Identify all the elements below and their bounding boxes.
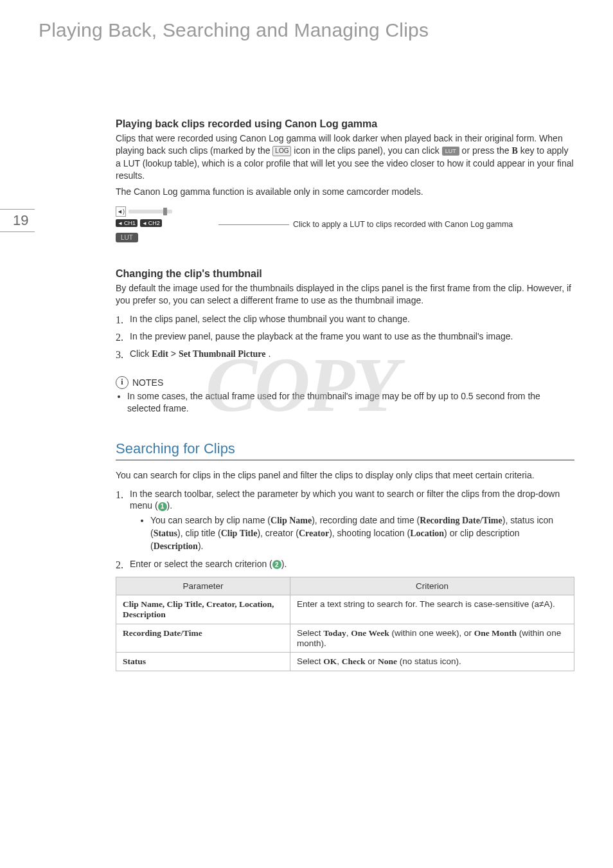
- th-parameter: Parameter: [116, 577, 290, 595]
- param-location: Location: [410, 529, 444, 538]
- r3-m1: ,: [337, 656, 342, 666]
- opt-onemonth: One Month: [474, 628, 517, 638]
- menu-edit: Edit: [152, 349, 168, 359]
- param-status: Status: [154, 529, 177, 538]
- info-icon: i: [116, 376, 129, 389]
- param-desc: Description: [154, 541, 198, 551]
- cell-crit-3: Select OK, Check or None (no status icon…: [290, 652, 574, 671]
- log-icon: LOG: [272, 146, 291, 156]
- lut-figure: ◄) CH1 CH2 LUT Click to apply a LUT to c…: [116, 206, 574, 242]
- table-row: Recording Date/Time Select Today, One We…: [116, 624, 574, 652]
- cell-crit-2: Select Today, One Week (within one week)…: [290, 624, 574, 652]
- menu-set-thumbnail: Set Thumbnail Picture: [179, 349, 266, 359]
- search-step-1-sub-item: You can search by clip name (Clip Name),…: [150, 514, 574, 553]
- r2-pre: Select: [297, 628, 323, 638]
- volume-slider[interactable]: [129, 210, 172, 213]
- section1-para1: Clips that were recorded using Canon Log…: [116, 132, 574, 182]
- opt-check: Check: [342, 656, 366, 666]
- sub-s7: ).: [198, 541, 204, 551]
- lut-caption: Click to apply a LUT to clips recorded w…: [293, 220, 513, 229]
- r2-m2: (within one week), or: [389, 628, 474, 638]
- search-steps: In the search toolbar, select the parame…: [116, 488, 574, 570]
- notes-heading: i NOTES: [116, 376, 163, 389]
- lut-inline-icon: LUT: [442, 147, 459, 156]
- ss1-post: ).: [167, 500, 173, 511]
- param-recdate: Recording Date/Time: [420, 516, 502, 525]
- sub-s5: ), shooting location (: [329, 528, 410, 538]
- param-clipname: Clip Name: [271, 516, 312, 525]
- opt-today: Today: [323, 628, 346, 638]
- sub-s3: ), clip title (: [177, 528, 221, 538]
- r3-m2: or: [366, 656, 378, 666]
- search-step-2: Enter or select the search criterion (2)…: [116, 558, 574, 570]
- searching-heading: Searching for Clips: [116, 440, 574, 460]
- step-1: In the clips panel, select the clip whos…: [116, 313, 574, 325]
- opt-ok: OK: [323, 656, 337, 666]
- param-cliptitle: Clip Title: [221, 529, 258, 538]
- chapter-title: Playing Back, Searching and Managing Cli…: [0, 0, 613, 48]
- parameter-table: Parameter Criterion Clip Name, Clip Titl…: [116, 577, 574, 671]
- s3-pre: Click: [130, 348, 152, 359]
- lut-button[interactable]: LUT: [116, 233, 138, 242]
- notes-label-text: NOTES: [132, 377, 163, 388]
- cell-param-3: Status: [116, 652, 290, 671]
- section1-heading: Playing back clips recorded using Canon …: [116, 118, 574, 130]
- s3-post: .: [268, 348, 271, 359]
- r3-post: (no status icon).: [397, 656, 461, 666]
- opt-oneweek: One Week: [351, 628, 389, 638]
- table-row: Status Select OK, Check or None (no stat…: [116, 652, 574, 671]
- opt-none: None: [378, 656, 397, 666]
- sub-s4: ), creator (: [257, 528, 299, 538]
- step-2: In the preview panel, pause the playback…: [116, 330, 574, 343]
- key-b: B: [511, 146, 517, 156]
- ss1-pre: In the search toolbar, select the parame…: [130, 489, 560, 511]
- step-3: Click Edit > Set Thumbnail Picture .: [116, 348, 574, 361]
- circled-2-icon: 2: [272, 560, 281, 569]
- note-1: In some cases, the actual frame used for…: [127, 390, 574, 415]
- r3-pre: Select: [297, 656, 323, 666]
- speaker-icon: ◄): [116, 206, 126, 217]
- section2-heading: Changing the clip's thumbnail: [116, 268, 574, 280]
- s3-gt: >: [171, 348, 179, 359]
- th-criterion: Criterion: [290, 577, 574, 595]
- page-number: 19: [0, 209, 35, 232]
- cell-crit-1: Enter a text string to search for. The s…: [290, 595, 574, 624]
- section2-para: By default the image used for the thumbn…: [116, 282, 574, 307]
- cell-param-1: Clip Name, Clip Title, Creator, Location…: [116, 595, 290, 624]
- searching-para: You can search for clips in the clips pa…: [116, 469, 574, 482]
- search-step-1: In the search toolbar, select the parame…: [116, 488, 574, 553]
- s1-text-c: or press the: [462, 145, 512, 156]
- player-panel: ◄) CH1 CH2 LUT: [116, 206, 193, 242]
- cell-param-2: Recording Date/Time: [116, 624, 290, 652]
- sub-s1: ), recording date and time (: [312, 515, 420, 525]
- sub-pre: You can search by clip name (: [150, 515, 271, 525]
- table-row: Clip Name, Clip Title, Creator, Location…: [116, 595, 574, 624]
- ss2-pre: Enter or select the search criterion (: [130, 559, 272, 569]
- ch2-button[interactable]: CH2: [140, 219, 162, 227]
- s1-text-b: icon in the clips panel), you can click: [294, 145, 441, 156]
- ch1-button[interactable]: CH1: [116, 219, 138, 227]
- thumbnail-steps: In the clips panel, select the clip whos…: [116, 313, 574, 361]
- param-creator: Creator: [299, 529, 329, 538]
- ss2-post: ).: [281, 559, 287, 569]
- notes-list: In some cases, the actual frame used for…: [116, 390, 574, 415]
- search-step-1-sub: You can search by clip name (Clip Name),…: [130, 514, 574, 553]
- callout-line: [218, 224, 289, 225]
- circled-1-icon: 1: [158, 502, 167, 511]
- section1-para2: The Canon Log gamma function is availabl…: [116, 186, 574, 198]
